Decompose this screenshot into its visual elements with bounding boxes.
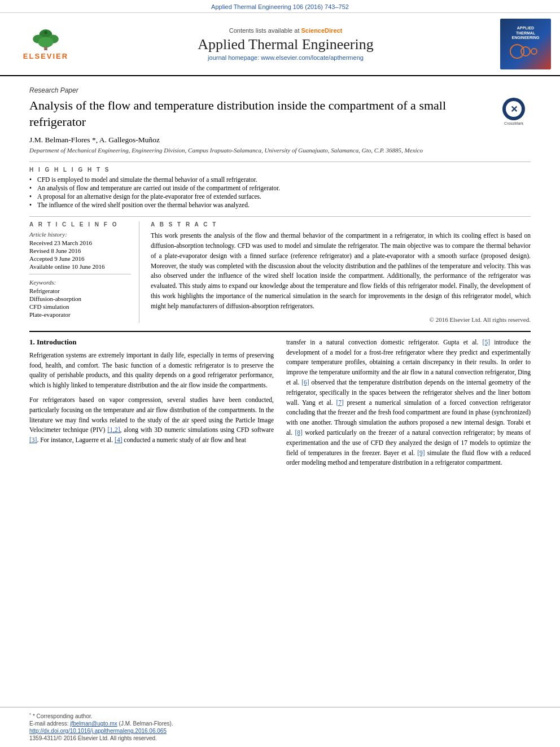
keyword-4: Plate-evaporator xyxy=(29,311,131,318)
email-label: E-mail address: xyxy=(29,720,68,727)
intro-col-right: transfer in a natural convection domesti… xyxy=(286,338,531,473)
ref-link-8[interactable]: [8] xyxy=(295,429,303,436)
page: Applied Thermal Engineering 106 (2016) 7… xyxy=(0,0,560,747)
svg-rect-4 xyxy=(44,46,47,50)
article-info-divider xyxy=(29,216,531,217)
abstract-text: This work presents the analysis of the f… xyxy=(151,231,531,312)
crossmark-icon: ✕ xyxy=(510,104,518,115)
article-info: A R T I C L E I N F O Article history: R… xyxy=(29,221,139,323)
abstract-section: A B S T R A C T This work presents the a… xyxy=(151,221,531,323)
ref-link-4[interactable]: [4] xyxy=(115,436,122,443)
revised-date: Revised 8 June 2016 xyxy=(29,247,131,254)
svg-point-6 xyxy=(510,45,524,58)
highlights-list: CFD is employed to model and simulate th… xyxy=(29,176,531,208)
accepted-date: Accepted 9 June 2016 xyxy=(29,255,131,262)
footnote-marker: * xyxy=(29,712,31,717)
svg-point-3 xyxy=(38,37,54,47)
crossmark-inner: ✕ xyxy=(506,101,522,117)
keywords-divider xyxy=(29,274,131,274)
svg-point-5 xyxy=(44,30,47,34)
article-info-abstract: A R T I C L E I N F O Article history: R… xyxy=(29,221,531,323)
crossmark-text: CrossMark xyxy=(504,121,523,125)
introduction-section: 1. Introduction Refrigeration systems ar… xyxy=(29,338,531,473)
copyright-line: © 2016 Elsevier Ltd. All rights reserved… xyxy=(151,316,531,323)
journal-homepage: journal homepage: www.elsevier.com/locat… xyxy=(88,54,483,61)
ref-link-6[interactable]: [6] xyxy=(301,379,309,386)
keyword-3: CFD simulation xyxy=(29,303,131,310)
journal-cover: APPLIEDTHERMALENGINEERING xyxy=(500,19,551,69)
ref-link-1-2[interactable]: [1,2] xyxy=(107,426,120,433)
science-direct-line: Contents lists available at ScienceDirec… xyxy=(88,27,483,34)
elsevier-logo: ELSEVIER xyxy=(15,27,77,61)
body-divider xyxy=(29,331,531,332)
author-email[interactable]: jfbelman@ugto.mx xyxy=(70,720,117,727)
header: ELSEVIER Contents lists available at Sci… xyxy=(0,13,560,76)
intro-para-1: Refrigeration systems are extremely impo… xyxy=(29,351,274,391)
email-footnote: E-mail address: jfbelman@ugto.mx (J.M. B… xyxy=(29,720,531,727)
authors: J.M. Belman-Flores *, A. Gallegos-Muñoz xyxy=(29,136,531,145)
homepage-url: www.elsevier.com/locate/apthermeng xyxy=(261,54,364,61)
abstract-heading: A B S T R A C T xyxy=(151,221,531,228)
science-direct-name: ScienceDirect xyxy=(301,27,343,34)
svg-point-8 xyxy=(531,49,537,54)
top-bar: Applied Thermal Engineering 106 (2016) 7… xyxy=(0,0,560,13)
highlights-section: H I G H L I G H T S CFD is employed to m… xyxy=(29,167,531,208)
author-names: J.M. Belman-Flores *, A. Gallegos-Muñoz xyxy=(29,136,160,144)
article-info-heading: A R T I C L E I N F O xyxy=(29,221,131,228)
keyword-1: Refrigerator xyxy=(29,287,131,294)
header-right: APPLIEDTHERMALENGINEERING xyxy=(489,19,551,69)
doi-link[interactable]: http://dx.doi.org/10.1016/j.applthermale… xyxy=(29,728,167,734)
ref-link-9[interactable]: [9] xyxy=(417,449,425,456)
ref-link-7[interactable]: [7] xyxy=(336,399,343,406)
list-item: CFD is employed to model and simulate th… xyxy=(29,176,531,183)
highlights-divider xyxy=(29,161,531,162)
email-note: (J.M. Belman-Flores). xyxy=(119,720,173,727)
affiliation: Department of Mechanical Engineering, En… xyxy=(29,147,531,154)
elsevier-tree-icon xyxy=(29,28,63,51)
list-item: An analysis of flow and temperature are … xyxy=(29,185,531,191)
list-item: The influence of the wired shelf positio… xyxy=(29,202,531,208)
paper-title: Analysis of the flow and temperature dis… xyxy=(29,98,481,130)
crossmark: ✕ CrossMark xyxy=(497,98,531,125)
article-history-label: Article history: xyxy=(29,231,131,238)
issn-line: 1359-4311/© 2016 Elsevier Ltd. All right… xyxy=(29,735,531,741)
crossmark-logo: ✕ xyxy=(502,98,525,120)
list-item: A proposal for an alternative design for… xyxy=(29,193,531,200)
elsevier-logo-area: ELSEVIER xyxy=(9,27,82,61)
footer: * * Corresponding author. E-mail address… xyxy=(0,707,560,747)
ref-link-5[interactable]: [5] xyxy=(483,339,490,346)
keyword-2: Diffusion-absorption xyxy=(29,295,131,302)
doi-line: http://dx.doi.org/10.1016/j.applthermale… xyxy=(29,728,531,734)
intro-heading: 1. Introduction xyxy=(29,338,274,347)
journal-title: Applied Thermal Engineering xyxy=(88,36,483,53)
elsevier-text: ELSEVIER xyxy=(23,52,68,60)
journal-citation: Applied Thermal Engineering 106 (2016) 7… xyxy=(211,3,349,10)
online-date: Available online 10 June 2016 xyxy=(29,263,131,270)
corresponding-author-note: * * Corresponding author. xyxy=(29,712,531,719)
header-center: Contents lists available at ScienceDirec… xyxy=(88,27,483,61)
cover-title: APPLIEDTHERMALENGINEERING xyxy=(511,26,539,40)
highlights-heading: H I G H L I G H T S xyxy=(29,167,531,173)
cover-circles xyxy=(509,43,542,62)
homepage-label: journal homepage: xyxy=(208,54,259,61)
received-date: Received 23 March 2016 xyxy=(29,239,131,246)
corresponding-author-label: * Corresponding author. xyxy=(33,713,93,719)
intro-col-left: 1. Introduction Refrigeration systems ar… xyxy=(29,338,274,473)
ref-link-3[interactable]: [3] xyxy=(29,436,37,443)
contents-label: Contents lists available at xyxy=(229,27,300,34)
main-content: Research Paper Analysis of the flow and … xyxy=(0,76,560,707)
keywords-heading: Keywords: xyxy=(29,279,131,286)
title-section: Analysis of the flow and temperature dis… xyxy=(29,98,531,130)
intro-para-2: For refrigerators based on vapor compres… xyxy=(29,395,274,445)
paper-type: Research Paper xyxy=(29,86,531,94)
intro-right-para-1: transfer in a natural convection domesti… xyxy=(286,338,531,469)
svg-point-7 xyxy=(521,47,530,56)
